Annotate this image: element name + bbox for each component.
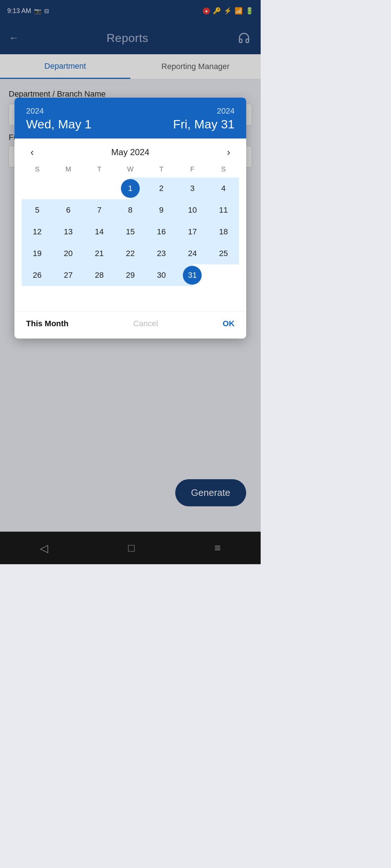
empty-cell: [22, 286, 53, 308]
weekday-fri: F: [177, 163, 208, 175]
weekdays-row: S M T W T F S: [22, 163, 239, 175]
ok-button[interactable]: OK: [223, 319, 235, 328]
day-14[interactable]: 14: [84, 221, 115, 243]
cal-end-date: Fri, May 31: [173, 117, 235, 131]
cal-end-year: 2024: [217, 106, 235, 116]
day-21[interactable]: 21: [84, 243, 115, 264]
day-26[interactable]: 26: [22, 264, 53, 286]
weekday-thu: T: [146, 163, 177, 175]
day-2[interactable]: 2: [146, 178, 177, 199]
day-17[interactable]: 17: [177, 221, 208, 243]
weekday-tue: T: [84, 163, 115, 175]
day-24[interactable]: 24: [177, 243, 208, 264]
day-11[interactable]: 11: [208, 199, 239, 221]
day-4[interactable]: 4: [208, 178, 239, 199]
day-25[interactable]: 25: [208, 243, 239, 264]
day-27[interactable]: 27: [53, 264, 84, 286]
days-grid: 1234567891011121314151617181920212223242…: [22, 178, 239, 308]
day-15[interactable]: 15: [115, 221, 146, 243]
empty-cell: [208, 264, 239, 286]
day-7[interactable]: 7: [84, 199, 115, 221]
day-16[interactable]: 16: [146, 221, 177, 243]
cal-start-date: Wed, May 1: [26, 117, 92, 131]
cancel-button[interactable]: Cancel: [133, 319, 158, 328]
day-6[interactable]: 6: [53, 199, 84, 221]
cal-end-section: 2024 Fri, May 31: [173, 106, 235, 131]
day-20[interactable]: 20: [53, 243, 84, 264]
day-9[interactable]: 9: [146, 199, 177, 221]
day-19[interactable]: 19: [22, 243, 53, 264]
month-navigation: ‹ May 2024 ›: [14, 139, 246, 163]
day-10[interactable]: 10: [177, 199, 208, 221]
day-5[interactable]: 5: [22, 199, 53, 221]
next-month-button[interactable]: ›: [223, 145, 235, 159]
cal-start-section: 2024 Wed, May 1: [26, 106, 92, 131]
day-31[interactable]: 31: [177, 264, 208, 286]
day-28[interactable]: 28: [84, 264, 115, 286]
day-18[interactable]: 18: [208, 221, 239, 243]
prev-month-button[interactable]: ‹: [26, 145, 38, 159]
day-13[interactable]: 13: [53, 221, 84, 243]
day-1[interactable]: 1: [115, 178, 146, 199]
calendar-footer: This Month Cancel OK: [14, 311, 246, 339]
weekday-sat: S: [208, 163, 239, 175]
day-8[interactable]: 8: [115, 199, 146, 221]
this-month-button[interactable]: This Month: [26, 319, 68, 328]
weekday-mon: M: [53, 163, 84, 175]
cal-start-year: 2024: [26, 106, 92, 116]
calendar-header: 2024 Wed, May 1 2024 Fri, May 31: [14, 98, 246, 139]
month-title: May 2024: [111, 147, 149, 157]
day-29[interactable]: 29: [115, 264, 146, 286]
empty-cell: [53, 178, 84, 199]
calendar-grid: S M T W T F S 12345678910111213141516171…: [14, 163, 246, 311]
weekday-sun: S: [22, 163, 53, 175]
day-22[interactable]: 22: [115, 243, 146, 264]
weekday-wed: W: [115, 163, 146, 175]
empty-cell: [22, 178, 53, 199]
empty-cell: [84, 178, 115, 199]
day-23[interactable]: 23: [146, 243, 177, 264]
day-12[interactable]: 12: [22, 221, 53, 243]
calendar-dialog: 2024 Wed, May 1 2024 Fri, May 31 ‹ May 2…: [14, 98, 246, 339]
day-3[interactable]: 3: [177, 178, 208, 199]
day-30[interactable]: 30: [146, 264, 177, 286]
